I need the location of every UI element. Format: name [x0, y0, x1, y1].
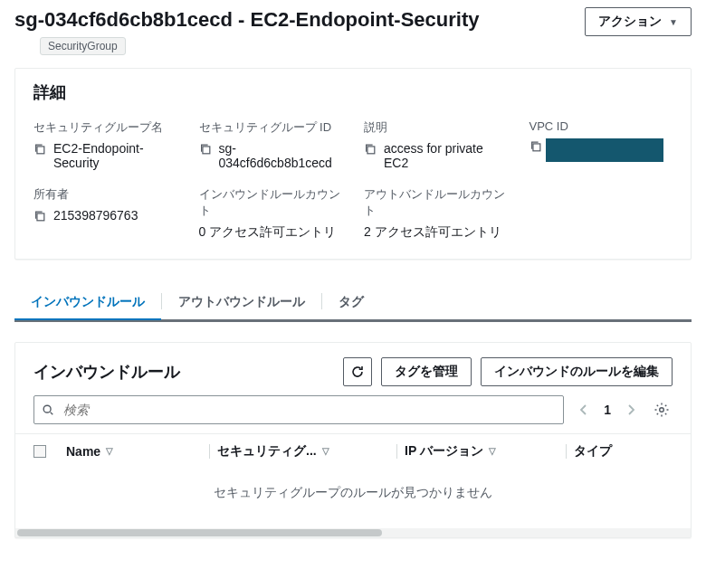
page-title: sg-034cf6d6cb8b1cecd - EC2-Endopoint-Sec…	[14, 7, 479, 33]
prev-page-button[interactable]	[573, 399, 595, 421]
tab-inbound-rules[interactable]: インバウンドルール	[14, 283, 161, 319]
actions-label: アクション	[598, 14, 662, 30]
svg-point-6	[660, 407, 664, 412]
field-value-sg-name: EC2-Endopoint-Security	[53, 141, 177, 170]
copy-icon[interactable]	[33, 143, 46, 156]
search-box[interactable]	[33, 395, 564, 424]
sort-icon: ▽	[106, 446, 113, 456]
svg-rect-4	[37, 213, 44, 221]
page-number: 1	[600, 403, 615, 417]
tab-outbound-rules[interactable]: アウトバウンドルール	[162, 283, 321, 319]
field-label-description: 説明	[364, 119, 508, 136]
svg-rect-1	[202, 147, 209, 154]
field-label-outbound-count: アウトバンドルールカウント	[364, 186, 508, 219]
actions-dropdown-button[interactable]: アクション ▼	[585, 7, 692, 36]
field-value-description: access for private EC2	[384, 141, 508, 170]
copy-icon[interactable]	[530, 140, 542, 153]
details-panel: 詳細 セキュリティグループ名 EC2-Endopoint-Security セキ…	[14, 68, 692, 260]
refresh-button[interactable]	[343, 357, 372, 386]
select-all-checkbox[interactable]	[33, 445, 46, 458]
sort-icon: ▽	[322, 446, 329, 456]
details-title: 詳細	[15, 69, 691, 107]
chevron-left-icon	[579, 404, 588, 415]
copy-icon[interactable]	[33, 210, 46, 223]
field-value-inbound-count: 0 アクセス許可エントリ	[199, 224, 337, 241]
svg-rect-2	[367, 147, 375, 154]
edit-inbound-rules-button[interactable]: インバウンドのルールを編集	[481, 357, 673, 386]
table-settings-button[interactable]	[651, 399, 673, 421]
field-label-owner: 所有者	[33, 186, 177, 203]
column-header-security-group[interactable]: セキュリティグ... ▽	[217, 443, 389, 460]
column-separator	[209, 444, 210, 459]
resource-type-tag: SecurityGroup	[40, 37, 126, 55]
search-icon	[42, 403, 54, 416]
field-value-owner: 215398796763	[53, 208, 138, 223]
field-label-sg-id: セキュリティグループ ID	[199, 119, 343, 136]
horizontal-scrollbar[interactable]	[15, 528, 691, 537]
search-input[interactable]	[62, 402, 556, 418]
column-separator	[566, 444, 567, 459]
chevron-right-icon	[626, 404, 635, 415]
caret-down-icon: ▼	[669, 17, 678, 27]
column-header-type[interactable]: タイプ	[574, 443, 673, 460]
column-separator	[396, 444, 397, 459]
sort-icon: ▽	[489, 446, 496, 456]
rules-panel: インバウンドルール タグを管理 インバウンドのルールを編集	[14, 342, 692, 538]
next-page-button[interactable]	[620, 399, 642, 421]
tab-bar: インバウンドルール アウトバウンドルール タグ	[14, 283, 692, 320]
svg-rect-3	[532, 144, 539, 151]
field-label-vpc-id: VPC ID	[530, 119, 673, 133]
svg-point-5	[43, 405, 51, 413]
empty-state-message: セキュリティグループのルールが見つかりません	[15, 469, 691, 526]
manage-tags-button[interactable]: タグを管理	[381, 357, 472, 386]
refresh-icon	[350, 365, 365, 379]
scrollbar-thumb[interactable]	[17, 529, 382, 536]
field-value-sg-id: sg-034cf6d6cb8b1cecd	[219, 141, 343, 170]
copy-icon[interactable]	[364, 143, 377, 156]
manage-tags-label: タグを管理	[395, 364, 458, 380]
table-header-row: Name ▽ セキュリティグ... ▽ IP バージョン ▽ タイプ	[15, 433, 691, 469]
rules-panel-title: インバウンドルール	[33, 361, 180, 383]
column-header-name[interactable]: Name ▽	[66, 444, 202, 459]
pagination: 1	[573, 399, 642, 421]
tab-tags[interactable]: タグ	[322, 283, 380, 319]
field-value-outbound-count: 2 アクセス許可エントリ	[364, 224, 501, 241]
copy-icon[interactable]	[199, 143, 212, 156]
edit-rules-label: インバウンドのルールを編集	[494, 364, 659, 380]
vpc-id-redacted	[546, 138, 663, 162]
column-header-ip-version[interactable]: IP バージョン ▽	[405, 443, 558, 460]
gear-icon	[654, 402, 670, 418]
field-label-inbound-count: インバウンドルールカウント	[199, 186, 343, 219]
svg-rect-0	[37, 147, 44, 154]
field-label-sg-name: セキュリティグループ名	[33, 119, 177, 136]
